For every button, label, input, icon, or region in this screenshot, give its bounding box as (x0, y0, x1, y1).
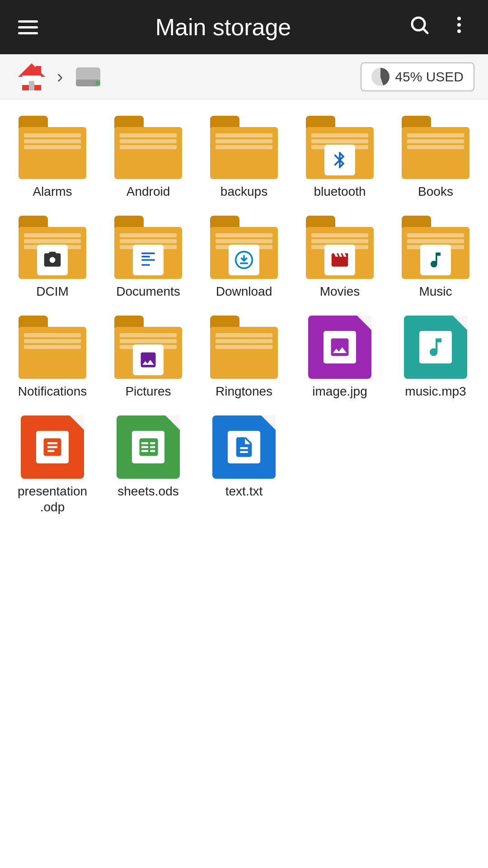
folder-icon (114, 116, 182, 179)
file-item-text-txt[interactable]: text.txt (196, 408, 292, 524)
file-item-presentation-odp[interactable]: presentation.odp (5, 408, 100, 524)
breadcrumb: › 45% USED (0, 54, 488, 99)
sheets-file-icon (117, 415, 180, 479)
folder-icon (210, 216, 278, 279)
music-file-icon (404, 316, 467, 379)
file-item-music-mp3[interactable]: music.mp3 (388, 308, 483, 408)
file-label: Books (418, 184, 453, 199)
folder-icon (114, 316, 182, 379)
search-button[interactable] (404, 9, 435, 45)
file-label: Ringtones (216, 383, 272, 399)
file-item-ringtones[interactable]: Ringtones (196, 308, 292, 408)
folder-icon (19, 216, 86, 279)
file-label: Documents (116, 283, 180, 299)
storage-usage-text: 45% USED (395, 69, 464, 85)
breadcrumb-chevron: › (57, 66, 63, 87)
folder-icon (114, 216, 182, 279)
file-item-notifications[interactable]: Notifications (5, 308, 100, 408)
folder-icon (402, 116, 469, 179)
file-item-pictures[interactable]: Pictures (100, 308, 196, 408)
file-item-books[interactable]: Books (388, 108, 483, 208)
presentation-file-icon (21, 415, 84, 479)
storage-icon (70, 59, 106, 95)
file-item-image-jpg[interactable]: image.jpg (292, 308, 388, 408)
file-label: image.jpg (312, 383, 367, 399)
text-file-icon (212, 415, 276, 479)
file-item-movies[interactable]: Movies (292, 208, 388, 308)
file-item-documents[interactable]: Documents (100, 208, 196, 308)
svg-point-4 (457, 29, 461, 33)
file-label: Music (419, 283, 452, 299)
file-label: Android (127, 184, 170, 199)
file-item-sheets-ods[interactable]: sheets.ods (100, 408, 196, 524)
storage-usage-circle (371, 68, 389, 86)
image-file-icon (308, 316, 371, 379)
file-label: Alarms (33, 184, 72, 199)
home-button[interactable] (14, 59, 50, 95)
svg-point-12 (96, 81, 100, 85)
file-item-bluetooth[interactable]: bluetooth (292, 108, 388, 208)
file-item-dcim[interactable]: DCIM (5, 208, 100, 308)
page-title: Main storage (52, 14, 395, 41)
folder-icon (402, 216, 469, 279)
svg-rect-7 (36, 66, 41, 75)
file-grid: Alarms Android (0, 99, 488, 533)
file-label: sheets.ods (117, 483, 178, 499)
file-item-download[interactable]: Download (196, 208, 292, 308)
file-item-backups[interactable]: backups (196, 108, 292, 208)
more-options-button[interactable] (444, 9, 474, 45)
folder-icon (19, 116, 86, 179)
file-label: bluetooth (314, 184, 366, 199)
svg-line-1 (423, 29, 427, 33)
file-label: music.mp3 (405, 383, 466, 399)
file-label: Notifications (18, 383, 87, 399)
svg-rect-9 (29, 81, 34, 90)
file-label: Pictures (125, 383, 171, 399)
menu-button[interactable] (14, 16, 42, 39)
folder-icon (19, 316, 86, 379)
file-label: Download (216, 283, 272, 299)
folder-icon (306, 216, 374, 279)
file-label: text.txt (225, 483, 263, 499)
file-item-alarms[interactable]: Alarms (5, 108, 100, 208)
svg-point-2 (457, 17, 461, 20)
folder-icon (306, 116, 374, 179)
file-label: backups (221, 184, 267, 199)
topbar: Main storage (0, 0, 488, 54)
file-label: DCIM (36, 283, 69, 299)
file-label: Movies (320, 283, 360, 299)
svg-point-3 (457, 23, 461, 27)
folder-icon (210, 116, 278, 179)
storage-badge: 45% USED (361, 62, 474, 91)
folder-icon (210, 316, 278, 379)
file-item-android[interactable]: Android (100, 108, 196, 208)
file-label: presentation.odp (16, 483, 89, 515)
file-item-music[interactable]: Music (388, 208, 483, 308)
